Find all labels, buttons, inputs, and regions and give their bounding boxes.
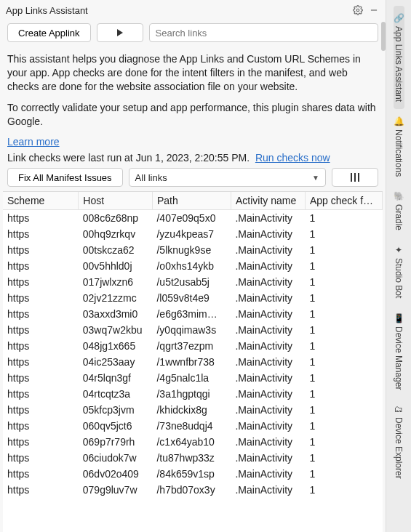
table-row[interactable]: https060qv5jct6/73ne8udqj4.MainActivity1	[3, 418, 383, 434]
links-table-wrap[interactable]: Scheme Host Path Activity name App check…	[3, 191, 383, 532]
cell-host: 00hq9zrkqv	[79, 226, 153, 242]
cell-path: /e6g63mim…	[152, 306, 231, 322]
titlebar: App Links Assistant	[0, 0, 386, 19]
tool-rail: 🔗App Links Assistant🔔Notifications🐘Gradl…	[386, 0, 411, 532]
cell-activity: .MainActivity	[231, 370, 305, 386]
cell-host: 069p7r79rh	[79, 434, 153, 450]
table-row[interactable]: https02jv21zzmc/l059v8t4e9.MainActivity1	[3, 290, 383, 306]
cell-host: 06dv02o409	[79, 466, 153, 482]
cell-appcheck: 1	[305, 210, 382, 227]
cell-appcheck: 1	[305, 338, 382, 354]
col-activity[interactable]: Activity name	[231, 192, 305, 210]
rail-item-studio-bot[interactable]: ✦Studio Bot	[394, 238, 404, 305]
cell-host: 04r5lqn3gf	[79, 370, 153, 386]
cell-activity: .MainActivity	[231, 274, 305, 290]
table-row[interactable]: https008c6z68np/407e09q5x0.MainActivity1	[3, 210, 383, 227]
table-row[interactable]: https079g9luv7w/h7bd07ox3y.MainActivity1	[3, 482, 383, 498]
col-appcheck[interactable]: App check f…	[305, 192, 382, 210]
gradle-icon: 🐘	[394, 191, 404, 201]
rail-label: App Links Assistant	[394, 26, 404, 102]
create-applink-button[interactable]: Create Applink	[7, 23, 91, 42]
table-row[interactable]: https00tskcza62/5lknugk9se.MainActivity1	[3, 242, 383, 258]
cell-appcheck: 1	[305, 402, 382, 418]
cell-scheme: https	[3, 290, 79, 306]
cell-activity: .MainActivity	[231, 258, 305, 274]
table-row[interactable]: https017jwlxzn6/u5t2usab5j.MainActivity1	[3, 274, 383, 290]
cell-scheme: https	[3, 402, 79, 418]
cell-path: /tu87hwp33z	[152, 450, 231, 466]
cell-appcheck: 1	[305, 258, 382, 274]
cell-scheme: https	[3, 226, 79, 242]
rail-item-device-explorer[interactable]: 🗂Device Explorer	[394, 397, 404, 486]
cell-scheme: https	[3, 370, 79, 386]
rail-item-notifications[interactable]: 🔔Notifications	[394, 109, 404, 184]
cell-host: 00tskcza62	[79, 242, 153, 258]
table-row[interactable]: https03axxd3mi0/e6g63mim….MainActivity1	[3, 306, 383, 322]
cell-activity: .MainActivity	[231, 242, 305, 258]
filter-select[interactable]: All links ▼	[129, 168, 326, 187]
cell-activity: .MainActivity	[231, 290, 305, 306]
cell-scheme: https	[3, 322, 79, 338]
col-path[interactable]: Path	[152, 192, 231, 210]
filter-row: Fix All Manifest Issues All links ▼	[0, 168, 386, 191]
cell-activity: .MainActivity	[231, 482, 305, 498]
minimize-icon[interactable]	[367, 3, 381, 17]
search-input[interactable]	[149, 23, 378, 42]
table-row[interactable]: https06dv02o409/84k659v1sp.MainActivity1	[3, 466, 383, 482]
table-row[interactable]: https048jg1x665/qgrt37ezpm.MainActivity1	[3, 338, 383, 354]
table-row[interactable]: https05kfcp3jvm/khidckix8g.MainActivity1	[3, 402, 383, 418]
cell-scheme: https	[3, 466, 79, 482]
chevron-down-icon: ▼	[312, 174, 319, 182]
rail-item-app-links-assistant[interactable]: 🔗App Links Assistant	[394, 6, 404, 109]
cell-path: /5lknugk9se	[152, 242, 231, 258]
table-row[interactable]: https00v5hhld0j/o0xhs14ykb.MainActivity1	[3, 258, 383, 274]
cell-appcheck: 1	[305, 322, 382, 338]
toolbar: Create Applink	[0, 19, 386, 47]
cell-path: /1wwnfbr738	[152, 354, 231, 370]
cell-appcheck: 1	[305, 226, 382, 242]
learn-more-link[interactable]: Learn more	[7, 136, 60, 148]
table-row[interactable]: https04ic253aay/1wwnfbr738.MainActivity1	[3, 354, 383, 370]
cell-path: /73ne8udqj4	[152, 418, 231, 434]
table-row[interactable]: https069p7r79rh/c1x64yab10.MainActivity1	[3, 434, 383, 450]
cell-scheme: https	[3, 306, 79, 322]
cell-scheme: https	[3, 210, 79, 227]
cell-appcheck: 1	[305, 434, 382, 450]
cell-scheme: https	[3, 386, 79, 402]
cell-activity: .MainActivity	[231, 210, 305, 227]
table-row[interactable]: https00hq9zrkqv/yzu4kpeas7.MainActivity1	[3, 226, 383, 242]
fix-manifest-button[interactable]: Fix All Manifest Issues	[7, 168, 123, 187]
cell-appcheck: 1	[305, 370, 382, 386]
table-row[interactable]: https04rtcqtz3a/3a1hgptqgi.MainActivity1	[3, 386, 383, 402]
cell-scheme: https	[3, 354, 79, 370]
cell-path: /h7bd07ox3y	[152, 482, 231, 498]
run-checks-link[interactable]: Run checks now	[255, 152, 330, 164]
rail-item-gradle[interactable]: 🐘Gradle	[394, 184, 404, 238]
cell-activity: .MainActivity	[231, 418, 305, 434]
gear-icon[interactable]	[351, 3, 365, 17]
table-row[interactable]: https03wq7w2kbu/y0qqimaw3s.MainActivity1	[3, 322, 383, 338]
rail-label: Studio Bot	[394, 258, 404, 298]
run-button[interactable]	[97, 23, 143, 42]
cell-host: 008c6z68np	[79, 210, 153, 227]
cell-scheme: https	[3, 434, 79, 450]
table-row[interactable]: https06ciudok7w/tu87hwp33z.MainActivity1	[3, 450, 383, 466]
device-manager-icon: 📱	[394, 313, 404, 323]
cell-host: 05kfcp3jvm	[79, 402, 153, 418]
cell-appcheck: 1	[305, 242, 382, 258]
rail-item-device-manager[interactable]: 📱Device Manager	[394, 306, 404, 397]
cell-scheme: https	[3, 418, 79, 434]
cell-activity: .MainActivity	[231, 338, 305, 354]
cell-appcheck: 1	[305, 418, 382, 434]
cell-host: 048jg1x665	[79, 338, 153, 354]
columns-button[interactable]	[332, 168, 378, 187]
col-scheme[interactable]: Scheme	[3, 192, 79, 210]
app-links-assistant-icon: 🔗	[394, 13, 404, 23]
col-host[interactable]: Host	[79, 192, 153, 210]
cell-path: /qgrt37ezpm	[152, 338, 231, 354]
cell-path: /84k659v1sp	[152, 466, 231, 482]
cell-host: 00v5hhld0j	[79, 258, 153, 274]
cell-appcheck: 1	[305, 290, 382, 306]
cell-path: /c1x64yab10	[152, 434, 231, 450]
table-row[interactable]: https04r5lqn3gf/4g5nalc1la.MainActivity1	[3, 370, 383, 386]
